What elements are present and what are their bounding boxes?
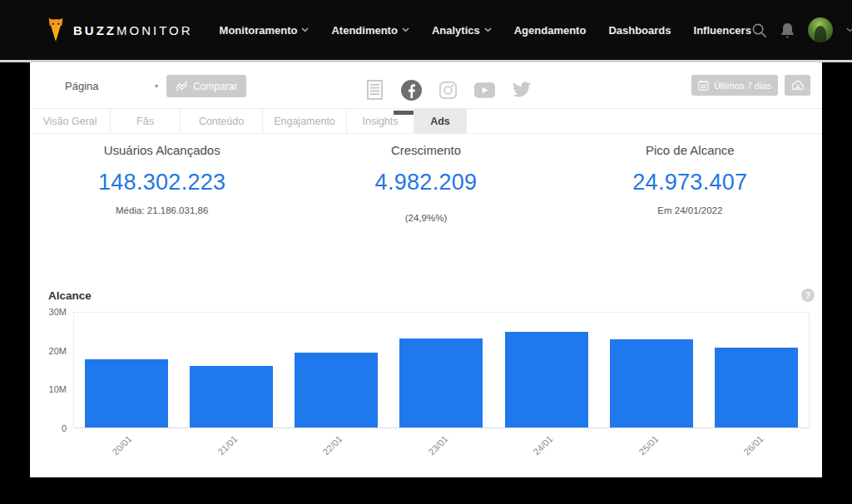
metric-title: Pico de Alcance [558,143,822,157]
twitter-channel-icon[interactable] [511,79,532,101]
y-axis-tick: 0 [30,423,67,433]
menu-item-atendimento[interactable]: Atendimento [331,24,409,37]
metric-value: 4.982.209 [294,170,557,195]
bar-26-01[interactable] [715,348,798,427]
bar-24-01[interactable] [505,332,588,427]
metric-pico-de-alcance: Pico de Alcance 24.973.407 Em 24/01/2022 [558,143,822,223]
user-avatar[interactable] [808,17,833,42]
x-axis-tick: 24/01 [532,433,555,457]
compare-button-label: Comparar [193,81,237,92]
metric-crescimento: Crescimento 4.982.209 (24,9%%) [294,143,557,223]
bar-25-01[interactable] [610,339,693,427]
date-range-label: Últimos 7 dias [714,81,771,91]
export-download-button[interactable] [785,75,810,96]
chevron-down-icon [402,27,409,32]
instagram-channel-icon[interactable] [438,79,458,101]
top-navigation-bar: BUZZMONITOR Monitoramento Atendimento An… [0,0,852,60]
user-menu-chevron-icon[interactable] [846,27,852,32]
tab-label: Engajamento [274,116,335,127]
x-axis-tick: 25/01 [637,433,660,457]
tab-ads[interactable]: Ads [414,109,467,133]
metric-value: 24.973.407 [558,170,822,195]
metric-title: Crescimento [294,143,557,157]
select-caret-icon: ▾ [155,82,158,90]
search-icon[interactable] [751,22,767,38]
menu-item-analytics[interactable]: Analytics [432,24,492,37]
youtube-channel-icon[interactable] [474,79,495,101]
date-range-button[interactable]: Últimos 7 dias [691,75,778,96]
x-axis-tick: 22/01 [321,433,344,457]
channel-switcher [364,72,532,101]
tab-insights[interactable]: Insights [347,109,414,133]
report-tabs: Visão Geral Fãs Conteúdo Engajamento Ins… [30,108,822,134]
metric-value: 148.302.223 [30,170,294,195]
tab-label: Conteúdo [199,116,244,127]
tab-label: Fãs [136,116,154,127]
compare-button[interactable]: Comparar [166,75,246,97]
metric-subtitle: (24,9%%) [294,213,557,223]
cloud-download-icon [791,80,805,91]
chart-plot-area [73,312,810,428]
metric-usuarios-alcancados: Usuários Alcançados 148.302.223 Média: 2… [30,143,294,223]
menu-item-agendamento[interactable]: Agendamento [514,24,587,37]
tab-conteudo[interactable]: Conteúdo [181,109,263,133]
x-axis-labels: 20/01 21/01 22/01 23/01 24/01 25/01 26/0… [73,432,810,449]
compare-chart-icon [176,81,188,91]
buzzmonitor-fox-icon [47,17,65,42]
tab-visao-geral[interactable]: Visão Geral [30,109,111,133]
bar-22-01[interactable] [295,353,378,427]
x-axis-tick: 23/01 [426,433,449,457]
buzzmonitor-logo[interactable]: BUZZMONITOR [47,17,193,42]
tab-fas[interactable]: Fãs [111,109,181,133]
bar-20-01[interactable] [85,359,168,427]
report-toolbar: Página ▾ Comparar [30,62,822,108]
notifications-bell-icon[interactable] [780,22,795,38]
chart-title: Alcance [48,289,92,302]
menu-item-label: Agendamento [514,24,587,37]
metric-subtitle: Média: 21.186.031,86 [30,205,294,215]
bar-23-01[interactable] [399,338,483,427]
menu-item-influencers[interactable]: Influencers [694,24,751,37]
tab-label: Insights [362,116,398,127]
toolbar-right-actions: Últimos 7 dias [691,75,810,96]
help-icon[interactable]: ? [801,289,815,302]
menu-item-monitoramento[interactable]: Monitoramento [220,24,310,37]
metric-title: Usuários Alcançados [30,143,294,157]
y-axis-tick: 30M [30,307,67,317]
y-axis-tick: 10M [30,384,67,394]
menu-item-label: Analytics [432,24,480,37]
tab-engajamento[interactable]: Engajamento [263,109,347,133]
menu-item-dashboards[interactable]: Dashboards [608,24,671,37]
bar-21-01[interactable] [190,366,273,427]
page-type-selector-value: Página [65,80,98,92]
report-document-channel-icon[interactable] [364,79,385,101]
menu-item-label: Atendimento [331,24,397,37]
page-type-selector[interactable]: Página ▾ [65,74,158,97]
facebook-channel-icon[interactable] [401,79,422,101]
y-axis-tick: 20M [30,346,67,356]
x-axis-tick: 20/01 [111,433,134,457]
x-axis-tick: 21/01 [215,433,239,457]
dashboard-content: Página ▾ Comparar [30,62,822,477]
tab-label: Ads [430,116,450,127]
menu-item-label: Monitoramento [220,24,298,37]
metrics-summary: Usuários Alcançados 148.302.223 Média: 2… [30,143,822,223]
menu-item-label: Influencers [694,24,751,37]
tab-label: Visão Geral [42,116,97,127]
x-axis-tick: 26/01 [742,433,765,457]
chevron-down-icon [484,27,492,32]
chevron-down-icon [301,27,309,32]
topbar-actions [751,17,852,42]
calendar-icon [698,80,709,91]
metric-subtitle: Em 24/01/2022 [558,205,822,215]
menu-item-label: Dashboards [608,24,671,37]
brand-wordmark: BUZZMONITOR [73,23,193,37]
main-menu: Monitoramento Atendimento Analytics Agen… [220,24,751,37]
